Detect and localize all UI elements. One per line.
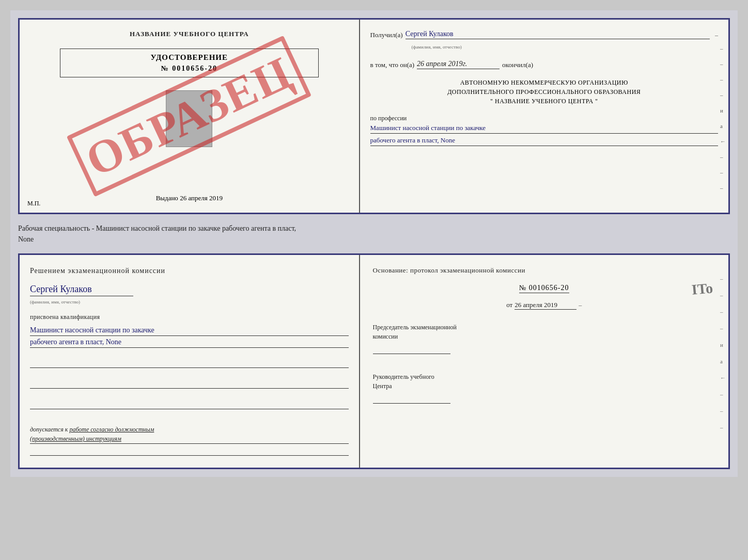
profession-label: по профессии — [370, 115, 718, 122]
top-document: НАЗВАНИЕ УЧЕБНОГО ЦЕНТРА ОБРАЗЕЦ УДОСТОВ… — [18, 18, 730, 214]
profession-section: по профессии Машинист насосной станции п… — [370, 115, 718, 149]
date-value: 26 апреля 2019г. — [417, 60, 500, 69]
chairman-label: Председатель экзаменационной комиссии — [373, 323, 715, 341]
received-label: Получил(а) — [370, 31, 403, 39]
profession-line2: рабочего агента в пласт, None — [370, 136, 718, 146]
sig-line-2 — [30, 378, 349, 389]
received-name: Сергей Кулаков — [406, 30, 710, 39]
protocol-number: № 0010656-20 — [519, 284, 569, 293]
block-text-1: АВТОНОМНУЮ НЕКОММЕРЧЕСКУЮ ОРГАНИЗАЦИЮ ДО… — [370, 78, 718, 106]
issued-date-value: 26 апреля 2019 — [180, 194, 223, 202]
date-prefix: от — [506, 301, 512, 309]
received-hint: (фамилия, имя, отчество) — [412, 44, 718, 50]
mp-label: М.П. — [27, 200, 40, 207]
issued-label: Выдано — [156, 194, 178, 202]
chairman-block: Председатель экзаменационной комиссии — [373, 323, 715, 357]
ito-stamp: ITo — [691, 280, 714, 298]
sig-line-3 — [30, 399, 349, 409]
admission-text: допускается к работе согласно должностны… — [30, 425, 349, 444]
bottom-document: Решением экзаменационной комиссии Сергей… — [18, 253, 730, 469]
top-center-title: НАЗВАНИЕ УЧЕБНОГО ЦЕНТРА — [130, 30, 249, 38]
sig-line-1 — [30, 358, 349, 368]
director-sig-line — [373, 393, 450, 404]
admission-label: допускается к — [30, 426, 68, 433]
page-container: НАЗВАНИЕ УЧЕБНОГО ЦЕНТРА ОБРАЗЕЦ УДОСТОВ… — [10, 10, 738, 477]
bottom-left-panel: Решением экзаменационной комиссии Сергей… — [20, 255, 360, 468]
name-hint-bottom: (фамилия, имя, отчество) — [30, 299, 80, 305]
received-field: Получил(а) Сергей Кулаков – — [370, 30, 718, 39]
person-name: Сергей Кулаков — [30, 284, 133, 296]
protocol-block: № 0010656-20 — [373, 284, 715, 293]
issued-date: Выдано 26 апреля 2019 — [156, 189, 223, 202]
cert-title: УДОСТОВЕРЕНИЕ — [68, 53, 310, 62]
photo-placeholder — [166, 90, 212, 147]
date-field: в том, что он(а) 26 апреля 2019г. окончи… — [370, 60, 718, 69]
admission-block: допускается к работе согласно должностны… — [30, 420, 349, 457]
basis-title: Основание: протокол экзаменационной коми… — [373, 265, 715, 276]
bottom-prof-line1: Машинист насосной станции по закачке — [30, 326, 349, 336]
top-right-panel: Получил(а) Сергей Кулаков – (фамилия, им… — [360, 20, 728, 213]
bottom-right-margin-lines: – – – – и а ← – – – — [720, 276, 726, 430]
block-line3: " НАЗВАНИЕ УЧЕБНОГО ЦЕНТРА " — [370, 97, 718, 106]
middle-text: Рабочая специальность - Машинист насосно… — [18, 220, 730, 247]
assigned-label: присвоена квалификация — [30, 313, 349, 321]
cert-number: № 0010656-20 — [68, 65, 310, 73]
director-label: Руководитель учебного Центра — [373, 372, 715, 391]
chairman-sig-line — [373, 344, 450, 354]
admission-sig-line — [30, 445, 349, 456]
bottom-prof-line2: рабочего агента в пласт, None — [30, 338, 349, 348]
date-end-label: окончил(а) — [502, 61, 533, 69]
protocol-date-val: 26 апреля 2019 — [515, 301, 576, 310]
block-line2: ДОПОЛНИТЕЛЬНОГО ПРОФЕССИОНАЛЬНОГО ОБРАЗО… — [370, 87, 718, 97]
bottom-profession-block: Машинист насосной станции по закачке раб… — [30, 326, 349, 350]
decision-title: Решением экзаменационной комиссии — [30, 265, 349, 276]
right-margin-lines: – – – – и а ← – – – — [720, 45, 726, 191]
bottom-right-panel: Основание: протокол экзаменационной коми… — [360, 255, 728, 468]
date-label: в том, что он(а) — [370, 61, 415, 69]
director-block: Руководитель учебного Центра — [373, 372, 715, 406]
middle-text-line1: Рабочая специальность - Машинист насосно… — [18, 223, 730, 234]
protocol-date: от 26 апреля 2019 – — [373, 301, 715, 310]
middle-text-line2: None — [18, 234, 730, 245]
top-left-panel: НАЗВАНИЕ УЧЕБНОГО ЦЕНТРА ОБРАЗЕЦ УДОСТОВ… — [20, 20, 360, 213]
profession-line1: Машинист насосной станции по закачке — [370, 124, 718, 134]
person-name-block: Сергей Кулаков (фамилия, имя, отчество) — [30, 284, 349, 306]
block-line1: АВТОНОМНУЮ НЕКОММЕРЧЕСКУЮ ОРГАНИЗАЦИЮ — [370, 78, 718, 87]
cert-number-box: УДОСТОВЕРЕНИЕ № 0010656-20 — [60, 49, 319, 77]
